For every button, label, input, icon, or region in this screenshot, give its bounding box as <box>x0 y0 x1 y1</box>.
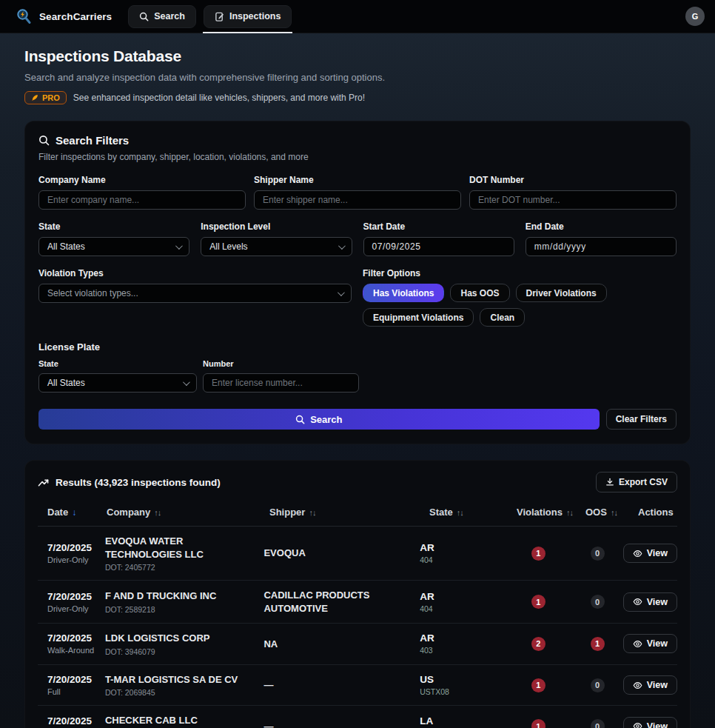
violation-types-field: Violation Types Select violation types..… <box>38 268 352 327</box>
company-name-input[interactable] <box>38 190 246 210</box>
oos-cell: 0 <box>572 678 623 692</box>
filter-options-field: Filter Options Has ViolationsHas OOSDriv… <box>363 268 677 327</box>
view-button[interactable]: View <box>623 675 677 695</box>
state-cell: AR404 <box>420 542 505 564</box>
pro-row: PRO See enhanced inspection detail like … <box>24 91 691 104</box>
oos-badge: 0 <box>591 547 605 561</box>
brand-name: SearchCarriers <box>39 11 112 22</box>
view-button[interactable]: View <box>623 544 677 563</box>
page-title: Inspections Database <box>24 47 691 65</box>
shipper-cell: NA <box>263 638 420 651</box>
state-cell: AR404 <box>420 591 505 613</box>
actions-cell: View <box>623 592 677 612</box>
license-number-input[interactable] <box>203 373 359 393</box>
state-cell: USUSTX08 <box>420 674 505 696</box>
dot-number: DOT: 2069845 <box>105 688 254 697</box>
company-cell: LDK LOGISTICS CORPDOT: 3946079 <box>105 632 264 656</box>
clear-filters-button[interactable]: Clear Filters <box>606 409 677 430</box>
column-header-shipper[interactable]: Shipper↑↓ <box>269 507 429 518</box>
company-name: F AND D TRUCKING INC <box>105 590 254 603</box>
license-number-label: Number <box>203 359 359 368</box>
filter-pill-has-oos[interactable]: Has OOS <box>450 284 509 302</box>
clipboard-edit-icon <box>215 12 224 21</box>
shipper-name-input[interactable] <box>254 190 461 210</box>
violations-badge: 2 <box>531 637 546 651</box>
column-header-state[interactable]: State↑↓ <box>429 507 517 518</box>
license-state-select[interactable]: All States <box>38 373 197 393</box>
results-title-row: Results (43,923 inspections found) <box>38 477 221 488</box>
inspection-date: 7/20/2025 <box>47 715 105 727</box>
oos-cell: 0 <box>572 547 623 561</box>
tab-inspections[interactable]: Inspections <box>204 5 292 28</box>
view-button-label: View <box>647 597 668 607</box>
state-select[interactable]: All States <box>38 237 189 256</box>
column-header-company[interactable]: Company↑↓ <box>107 507 269 518</box>
inspection-level: Full <box>47 687 105 696</box>
license-plate-label: License Plate <box>38 341 677 353</box>
view-button[interactable]: View <box>623 634 677 653</box>
logo-magnifier-bolt-icon <box>15 7 33 25</box>
eye-icon <box>633 681 642 690</box>
shipper-cell: — <box>263 678 420 692</box>
table-row: 7/20/2025Walk-AroundLDK LOGISTICS CORPDO… <box>38 624 677 665</box>
filter-pill-has-violations[interactable]: Has Violations <box>363 284 444 302</box>
violations-cell: 1 <box>505 719 572 728</box>
violations-badge: 1 <box>531 678 546 692</box>
date-cell: 7/20/2025Driver-Only <box>38 715 105 728</box>
inspection-level-select[interactable]: All Levels <box>201 237 352 256</box>
view-button[interactable]: View <box>623 592 677 612</box>
table-row: 7/20/2025Driver-OnlyEVOQUA WATER TECHNOL… <box>38 527 677 581</box>
start-date-input[interactable]: 07/09/2025 <box>363 237 514 256</box>
state-code: AR <box>420 591 505 602</box>
shipper-name: NA <box>263 638 408 651</box>
filter-pill-driver-violations[interactable]: Driver Violations <box>516 284 607 302</box>
shipper-name: — <box>263 678 408 692</box>
sort-icon: ↑↓ <box>611 508 617 517</box>
chevron-down-icon <box>338 242 345 250</box>
state-select-value: All States <box>47 241 85 252</box>
state-code: LA <box>420 715 505 727</box>
inspection-level: Driver-Only <box>47 555 105 564</box>
license-state-value: All States <box>47 378 85 388</box>
filter-pill-equipment-violations[interactable]: Equipment Violations <box>363 308 474 327</box>
dot-number-input[interactable] <box>469 190 677 210</box>
company-name-label: Company Name <box>38 175 246 185</box>
results-table: Date↓ Company↑↓ Shipper↑↓ State↑↓ Violat… <box>38 502 677 728</box>
end-date-input[interactable]: mm/dd/yyyy <box>526 237 677 256</box>
tab-search[interactable]: Search <box>128 5 196 28</box>
oos-cell: 0 <box>572 719 623 728</box>
search-button[interactable]: Search <box>38 409 600 430</box>
results-card: Results (43,923 inspections found) Expor… <box>24 460 691 728</box>
column-header-violations[interactable]: Violations↑↓ <box>517 507 585 518</box>
actions-cell: View <box>623 544 677 563</box>
violations-cell: 1 <box>505 595 572 609</box>
company-name: T-MAR LOGISTICS SA DE CV <box>105 673 254 687</box>
date-cell: 7/20/2025Driver-Only <box>38 591 105 613</box>
view-button-label: View <box>647 680 668 690</box>
export-csv-button[interactable]: Export CSV <box>596 472 677 492</box>
state-label: State <box>38 221 189 232</box>
brand[interactable]: SearchCarriers <box>15 7 112 25</box>
column-header-actions: Actions <box>638 507 677 518</box>
filters-subtitle: Filter inspections by company, shipper, … <box>38 152 677 162</box>
violation-types-select[interactable]: Select violation types... <box>38 284 352 303</box>
date-cell: 7/20/2025Full <box>38 674 105 696</box>
oos-badge: 0 <box>591 595 605 609</box>
clear-filters-label: Clear Filters <box>616 414 667 424</box>
eye-icon <box>633 721 642 728</box>
shipper-cell: CADILLAC PRODUCTS AUTOMOTIVE <box>263 589 420 615</box>
state-code: US <box>420 674 505 685</box>
nav-tabs: Search Inspections <box>128 0 292 33</box>
user-avatar[interactable]: G <box>685 7 705 26</box>
column-header-oos[interactable]: OOS↑↓ <box>585 507 638 518</box>
view-button[interactable]: View <box>623 717 677 728</box>
shipper-name: CADILLAC PRODUCTS AUTOMOTIVE <box>263 589 408 615</box>
column-header-date[interactable]: Date↓ <box>38 507 107 518</box>
state-detail: USTX08 <box>420 687 505 696</box>
eye-icon <box>633 597 642 607</box>
license-state-label: State <box>38 359 197 368</box>
state-detail: 403 <box>420 646 505 655</box>
inspection-date: 7/20/2025 <box>47 632 105 644</box>
inspection-level: Driver-Only <box>47 604 105 613</box>
filter-pill-clean[interactable]: Clean <box>480 308 525 327</box>
